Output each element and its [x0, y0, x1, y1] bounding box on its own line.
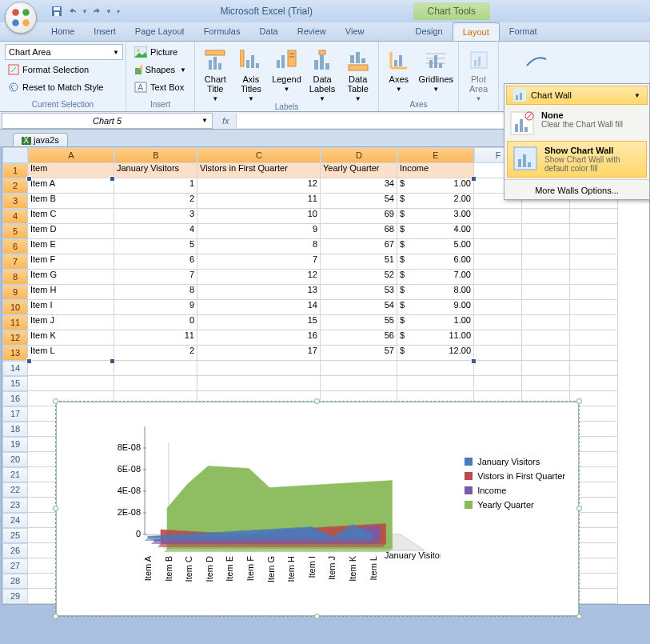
row-header[interactable]: 9: [2, 285, 28, 300]
row-header[interactable]: 3: [2, 194, 28, 209]
row-header[interactable]: 19: [2, 437, 28, 452]
tab-insert[interactable]: Insert: [84, 22, 126, 41]
office-button[interactable]: [5, 2, 37, 34]
save-icon[interactable]: [50, 4, 64, 18]
plot-area-button[interactable]: Plot Area▼: [464, 44, 493, 102]
undo-icon[interactable]: [66, 4, 80, 18]
redo-icon[interactable]: [90, 4, 104, 18]
picture-button[interactable]: Picture: [131, 44, 189, 60]
row-header[interactable]: 4: [2, 209, 28, 224]
row-header[interactable]: 29: [2, 589, 28, 604]
row-header[interactable]: 25: [2, 528, 28, 543]
svg-text:Item J: Item J: [327, 556, 337, 580]
tab-review[interactable]: Review: [288, 22, 336, 41]
row-header[interactable]: 27: [2, 558, 28, 574]
embedded-chart[interactable]: 02E-084E-086E-088E-08 Item AItem BItem C…: [56, 402, 579, 616]
legend-button[interactable]: Legend▼: [271, 44, 302, 93]
data-table-button[interactable]: Data Table▼: [342, 44, 373, 102]
column-header[interactable]: E: [397, 147, 474, 163]
gridlines-button[interactable]: Gridlines▼: [419, 44, 453, 93]
svg-rect-6: [54, 12, 59, 16]
column-header[interactable]: B: [114, 147, 197, 163]
fx-icon[interactable]: fx: [222, 116, 229, 126]
svg-rect-33: [356, 52, 360, 63]
svg-text:Item D: Item D: [205, 556, 214, 582]
svg-rect-25: [288, 50, 296, 66]
row-header[interactable]: 1: [2, 163, 28, 178]
ribbon-tabs: Home Insert Page Layout Formulas Data Re…: [0, 22, 650, 42]
svg-rect-30: [325, 63, 329, 70]
quick-access-toolbar: ▼ ▼ ▾: [50, 4, 120, 18]
row-header[interactable]: 7: [2, 254, 28, 270]
row-header[interactable]: 23: [2, 498, 28, 513]
svg-point-8: [10, 83, 18, 91]
wall-icon: [513, 89, 526, 102]
tab-layout[interactable]: Layout: [453, 22, 500, 41]
row-header[interactable]: 15: [2, 376, 28, 391]
tab-design[interactable]: Design: [405, 22, 452, 41]
svg-text:Item B: Item B: [164, 556, 173, 582]
svg-text:4E-08: 4E-08: [118, 486, 141, 495]
chart-wall-none-option[interactable]: NoneClear the Chart Wall fill: [504, 106, 649, 140]
row-header[interactable]: 13: [2, 346, 28, 361]
shapes-button[interactable]: Shapes▼: [131, 62, 189, 78]
row-header[interactable]: 17: [2, 406, 28, 422]
select-all-corner[interactable]: [2, 147, 28, 163]
column-header[interactable]: C: [197, 147, 321, 163]
row-header[interactable]: 2: [2, 178, 28, 194]
row-header[interactable]: 14: [2, 361, 28, 376]
chevron-down-icon[interactable]: ▼: [106, 8, 112, 15]
data-labels-button[interactable]: Data Labels▼: [307, 44, 338, 102]
svg-point-1: [22, 9, 30, 16]
tab-home[interactable]: Home: [42, 22, 84, 41]
svg-text:Item E: Item E: [225, 556, 234, 582]
row-header[interactable]: 16: [2, 391, 28, 406]
row-header[interactable]: 24: [2, 513, 28, 528]
row-header[interactable]: 11: [2, 315, 28, 330]
more-walls-options[interactable]: More Walls Options...: [504, 182, 649, 199]
row-header[interactable]: 10: [2, 300, 28, 315]
row-header[interactable]: 18: [2, 422, 28, 437]
row-header[interactable]: 20: [2, 452, 28, 467]
tab-format[interactable]: Format: [500, 22, 547, 41]
svg-text:Item H: Item H: [286, 556, 296, 582]
tab-page-layout[interactable]: Page Layout: [126, 22, 194, 41]
svg-rect-38: [394, 60, 397, 66]
tab-data[interactable]: Data: [249, 22, 287, 41]
reset-to-match-style-button[interactable]: Reset to Match Style: [5, 79, 121, 95]
svg-rect-60: [523, 154, 526, 167]
row-header[interactable]: 12: [2, 330, 28, 346]
chart-element-selector[interactable]: Chart Area▼: [5, 44, 123, 60]
row-header[interactable]: 6: [2, 239, 28, 254]
ribbon: Chart Area▼ Format Selection Reset to Ma…: [0, 42, 650, 112]
title-bar: ▼ ▼ ▾ Microsoft Excel (Trial) Chart Tool…: [0, 0, 650, 22]
svg-rect-45: [439, 63, 442, 68]
row-header[interactable]: 8: [2, 270, 28, 285]
chart-title-button[interactable]: Chart Title▼: [200, 44, 231, 102]
svg-rect-43: [429, 60, 433, 68]
name-box[interactable]: Chart 5▼: [2, 113, 213, 129]
legend-item: Vistors in First Quarter: [465, 471, 565, 481]
svg-rect-55: [524, 127, 528, 132]
column-header[interactable]: D: [321, 147, 397, 163]
axis-titles-button[interactable]: Axis Titles▼: [236, 44, 267, 102]
row-header[interactable]: 21: [2, 467, 28, 482]
chevron-down-icon[interactable]: ▼: [82, 8, 88, 15]
column-header[interactable]: A: [28, 147, 114, 163]
svg-text:Item F: Item F: [245, 556, 255, 581]
format-selection-button[interactable]: Format Selection: [5, 62, 121, 78]
chart-wall-button[interactable]: Chart Wall▼: [506, 86, 648, 105]
chart-wall-show-option[interactable]: Show Chart WallShow Chart Wall with defa…: [507, 141, 647, 178]
row-header[interactable]: 22: [2, 482, 28, 498]
row-header[interactable]: 26: [2, 543, 28, 558]
tab-formulas[interactable]: Formulas: [194, 22, 250, 41]
text-box-button[interactable]: AText Box: [131, 79, 189, 95]
svg-rect-51: [520, 93, 522, 100]
chevron-down-icon: ▼: [634, 92, 640, 99]
trendline-button[interactable]: [504, 44, 569, 73]
axes-button[interactable]: Axes▼: [384, 44, 414, 93]
row-header[interactable]: 28: [2, 574, 28, 589]
workbook-tab[interactable]: X java2s: [13, 133, 68, 146]
tab-view[interactable]: View: [336, 22, 374, 41]
row-header[interactable]: 5: [2, 224, 28, 239]
